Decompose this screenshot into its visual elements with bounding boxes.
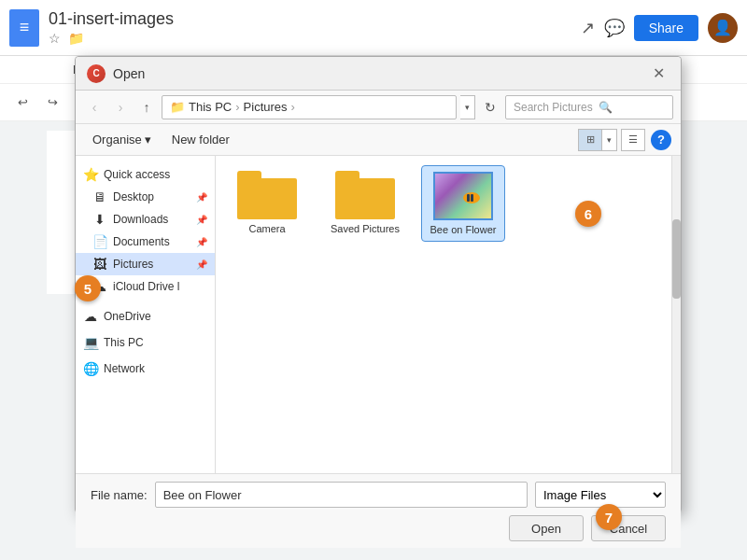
folder-icon-camera [237, 171, 297, 219]
documents-pin: 📌 [196, 237, 207, 247]
path-sep2: › [291, 100, 295, 114]
sidebar-item-desktop[interactable]: 🖥 Desktop 📌 [76, 186, 215, 208]
new-folder-button[interactable]: New folder [164, 130, 237, 149]
dialog-toolbar2: Organise ▾ New folder ⊞ ▾ ☰ ? [76, 124, 681, 156]
search-placeholder: Search Pictures [514, 101, 593, 114]
desktop-pin: 📌 [196, 192, 207, 203]
up-button[interactable]: ↑ [135, 96, 158, 119]
organise-dropdown-icon: ▾ [145, 133, 151, 147]
sidebar-item-pictures[interactable]: 🖼 Pictures 📌 [76, 253, 215, 275]
search-box[interactable]: Search Pictures 🔍 [505, 95, 673, 119]
bee-stripe2 [471, 194, 473, 202]
doc-title: 01-insert-images [49, 9, 581, 29]
back-button[interactable]: ‹ [83, 96, 106, 119]
badge-6: 6 [575, 201, 601, 227]
file-label-camera: Camera [248, 223, 285, 234]
network-icon: 🌐 [83, 361, 98, 376]
sidebar-item-downloads[interactable]: ⬇ Downloads 📌 [76, 208, 215, 231]
dialog-title: Open [113, 66, 647, 81]
action-row: Open Cancel [91, 515, 666, 541]
folder-icon-saved [335, 171, 395, 219]
forward-button[interactable]: › [109, 96, 132, 119]
view-large-icons-button[interactable]: ⊞ [578, 129, 602, 151]
dialog-sidebar: ⭐ Quick access 🖥 Desktop 📌 ⬇ Downloads 📌… [76, 156, 216, 473]
dialog-files-area: Camera Saved Pictures B [216, 156, 671, 473]
pictures-icon: 🖼 [92, 257, 107, 272]
docs-icon: ≡ [9, 9, 39, 47]
dialog-app-icon: C [87, 64, 106, 83]
sidebar-spacer [76, 298, 215, 305]
dialog-close-button[interactable]: ✕ [647, 63, 669, 85]
path-thispc-label: This PC [189, 100, 232, 114]
badge-5: 5 [75, 275, 101, 301]
doc-title-area: 01-insert-images ☆ 📁 [49, 9, 581, 46]
view-details-button[interactable]: ☰ [621, 129, 645, 151]
path-thispc: 📁 [170, 100, 185, 114]
top-right-area: ↗ 💬 Share 👤 [581, 13, 738, 43]
path-dropdown[interactable]: ▾ [460, 95, 475, 119]
documents-icon: 📄 [92, 234, 107, 249]
address-bar: ‹ › ↑ 📁 This PC › Pictures › ▾ ↻ Search … [76, 91, 681, 124]
organise-label: Organise [92, 133, 142, 147]
thispc-icon: 💻 [83, 335, 98, 350]
file-item-bee[interactable]: Bee on Flower [421, 165, 505, 242]
sidebar-item-onedrive[interactable]: ☁ OneDrive [76, 305, 215, 328]
folder-body [237, 178, 297, 219]
sidebar-item-network[interactable]: 🌐 Network [76, 357, 215, 380]
star-icon[interactable]: ☆ [49, 31, 61, 46]
view-dropdown-button[interactable]: ▾ [602, 129, 617, 151]
comment-icon[interactable]: 💬 [604, 18, 625, 38]
user-avatar[interactable]: 👤 [708, 13, 738, 43]
path-pictures-label: Pictures [244, 100, 288, 114]
open-dialog: C Open ✕ ‹ › ↑ 📁 This PC › Pictures › ▾ … [75, 56, 682, 513]
organise-button[interactable]: Organise ▾ [85, 130, 159, 149]
open-button[interactable]: Open [509, 515, 584, 541]
file-item-camera[interactable]: Camera [225, 165, 309, 242]
help-button[interactable]: ? [651, 130, 671, 150]
undo-button[interactable]: ↩ [9, 90, 35, 116]
bee-flower-image [435, 174, 491, 218]
graph-icon: ↗ [581, 18, 595, 38]
redo-button[interactable]: ↪ [39, 90, 65, 116]
folder-icon[interactable]: 📁 [68, 31, 84, 46]
desktop-icon: 🖥 [92, 189, 107, 204]
file-item-saved-pictures[interactable]: Saved Pictures [323, 165, 407, 242]
pictures-pin: 📌 [196, 259, 207, 270]
filename-label: File name: [91, 488, 148, 502]
dialog-scrollbar-thumb [672, 219, 681, 299]
filetype-select[interactable]: Image Files All Files [535, 482, 666, 508]
search-icon: 🔍 [599, 101, 613, 114]
onedrive-icon: ☁ [83, 309, 98, 324]
file-label-saved: Saved Pictures [331, 223, 400, 234]
dialog-bottom: File name: Image Files All Files Open Ca… [76, 473, 681, 548]
downloads-pin: 📌 [196, 215, 207, 225]
share-button[interactable]: Share [634, 15, 698, 41]
dialog-scrollbar[interactable] [671, 156, 681, 473]
downloads-icon: ⬇ [92, 212, 107, 227]
view-controls: ⊞ ▾ ☰ [578, 129, 645, 151]
bee-stripe1 [467, 194, 470, 202]
dialog-titlebar: C Open ✕ [76, 57, 681, 91]
filename-input[interactable] [155, 482, 528, 508]
sidebar-item-quick-access[interactable]: ⭐ Quick access [76, 163, 215, 186]
path-sep1: › [235, 100, 239, 114]
doc-subtitle-icons: ☆ 📁 [49, 31, 581, 46]
refresh-button[interactable]: ↻ [479, 96, 501, 119]
folder-body-saved [335, 178, 395, 219]
top-bar: ≡ 01-insert-images ☆ 📁 ↗ 💬 Share 👤 [0, 0, 747, 56]
image-thumbnail-bee [433, 172, 493, 220]
badge-7: 7 [596, 504, 622, 530]
address-path[interactable]: 📁 This PC › Pictures › [162, 95, 457, 119]
sidebar-item-documents[interactable]: 📄 Documents 📌 [76, 231, 215, 253]
quick-access-icon: ⭐ [83, 167, 98, 182]
sidebar-item-thispc[interactable]: 💻 This PC [76, 331, 215, 354]
file-label-bee: Bee on Flower [430, 224, 497, 235]
filename-row: File name: Image Files All Files [91, 482, 666, 508]
